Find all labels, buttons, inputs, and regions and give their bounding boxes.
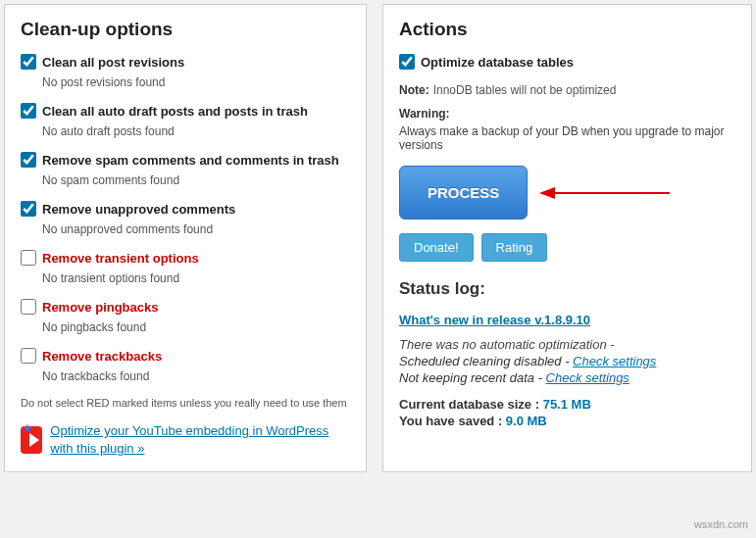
cleanup-status-2: No spam comments found: [42, 173, 350, 187]
scheduled-line: Scheduled cleaning disabled - Check sett…: [399, 354, 735, 368]
arrow-icon: [537, 178, 675, 208]
saved-line: You have saved : 9.0 MB: [399, 414, 735, 428]
cleanup-checkbox-2[interactable]: [21, 152, 36, 168]
warning-text: Always make a backup of your DB when you…: [399, 124, 735, 152]
cleanup-checkbox-4[interactable]: [21, 250, 36, 266]
actions-panel: Actions Optimize database tables Note:In…: [382, 4, 752, 472]
youtube-icon: [21, 426, 42, 454]
cleanup-footnote: Do not select RED marked items unless yo…: [21, 397, 350, 409]
note-line: Note:InnoDB tables will not be optimized: [399, 83, 735, 97]
cleanup-label-5: Remove pingbacks: [42, 300, 159, 315]
actions-title: Actions: [399, 19, 735, 40]
cleanup-panel: Clean-up options Clean all post revision…: [4, 4, 367, 472]
cleanup-checkbox-0[interactable]: [21, 54, 36, 70]
cleanup-label-2: Remove spam comments and comments in tra…: [42, 153, 339, 168]
cleanup-label-1: Clean all auto draft posts and posts in …: [42, 104, 308, 119]
cleanup-checkbox-1[interactable]: [21, 103, 36, 119]
optimize-db-label: Optimize database tables: [421, 55, 574, 70]
donate-button[interactable]: Donate!: [399, 233, 474, 262]
cleanup-status-1: No auto draft posts found: [42, 124, 350, 138]
cleanup-checkbox-6[interactable]: [21, 348, 36, 364]
cleanup-status-4: No transient options found: [42, 271, 350, 285]
promo-row: Optimize your YouTube embedding in WordP…: [21, 422, 350, 458]
cleanup-checkbox-5[interactable]: [21, 299, 36, 315]
svg-marker-1: [539, 187, 555, 199]
auto-opt-line: There was no automatic optimization -: [399, 337, 735, 352]
release-link[interactable]: What's new in release v.1.8.9.10: [399, 313, 590, 327]
status-log-title: Status log:: [399, 279, 735, 299]
cleanup-title: Clean-up options: [21, 19, 350, 40]
cleanup-status-0: No post revisions found: [42, 75, 350, 89]
warning-label: Warning:: [399, 107, 735, 121]
rating-button[interactable]: Rating: [481, 233, 548, 262]
keeping-line: Not keeping recent data - Check settings: [399, 370, 735, 385]
cleanup-label-0: Clean all post revisions: [42, 55, 184, 70]
check-settings-keeping[interactable]: Check settings: [546, 370, 630, 385]
cleanup-status-5: No pingbacks found: [42, 320, 350, 334]
cleanup-label-4: Remove transient options: [42, 251, 199, 266]
cleanup-label-3: Remove unapproved comments: [42, 202, 235, 217]
promo-link[interactable]: Optimize your YouTube embedding in WordP…: [50, 422, 350, 458]
check-settings-scheduled[interactable]: Check settings: [573, 354, 656, 368]
process-button[interactable]: PROCESS: [399, 166, 528, 220]
db-size-line: Current database size : 75.1 MB: [399, 397, 735, 412]
optimize-db-checkbox[interactable]: [399, 54, 415, 70]
cleanup-checkbox-3[interactable]: [21, 201, 36, 217]
cleanup-label-6: Remove trackbacks: [42, 349, 162, 364]
cleanup-status-6: No trackbacks found: [42, 369, 350, 383]
cleanup-status-3: No unapproved comments found: [42, 222, 350, 236]
